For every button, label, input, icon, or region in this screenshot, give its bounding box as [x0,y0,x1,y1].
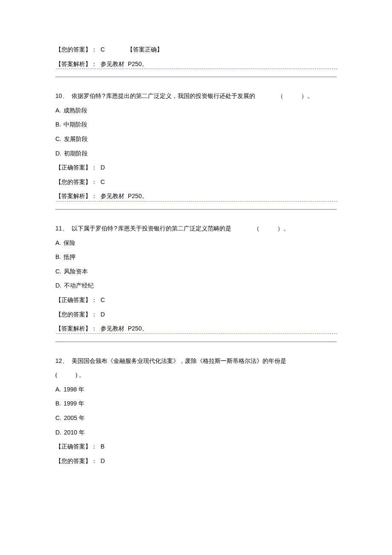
q12-opt-a-text: 1998 年 [63,382,84,397]
q11-stem-text-b: 库恩关于投资银行的第二广泛定义范畴的是 [118,221,231,236]
solid-divider [55,342,337,342]
q10-opt-d: D. 初期阶段 [55,147,337,161]
q11-opt-b: B. 抵押 [55,250,337,265]
q10-opt-d-text: 初期阶段 [64,147,88,161]
explain-text-prefix: 参见教材 [101,322,124,336]
explain-text-page: P250。 [128,189,148,204]
q12-block: 12、 美国国会颁布《金融服务业现代化法案》，废除《格拉斯一斯蒂格尔法》的年份是… [55,354,337,469]
opt-letter-b: B. [55,118,61,132]
q9-your-answer-value: C [101,43,105,57]
opt-letter-d: D. [55,426,61,440]
q12-opt-d-text: 2010 年 [64,426,85,440]
q10-number: 10、 [55,89,68,104]
q11-opt-d: D. 不动产经纪 [55,279,337,293]
q9-tail-block: 【您的答案】： C 【答案正确】 【答案解析】： 参见教材 P250。 [55,43,337,69]
q12-opt-c-text: 2005 年 [64,411,85,426]
your-answer-label: 【您的答案】： [55,454,97,469]
q10-opt-a-text: 成熟阶段 [63,104,87,118]
q12-your-value: D [101,454,105,469]
correct-answer-label: 【正确答案】： [55,293,97,308]
q10-stem-text-b: 库恩提出的第二广泛定义，我国的投资银行还处于发展的 [106,89,255,104]
q10-correct-value: D [101,161,105,175]
opt-letter-b: B. [55,397,61,411]
q12-correct-line: 【正确答案】： B [55,440,337,454]
q10-opt-c: C. 发展阶段 [55,132,337,147]
q12-opt-c: C. 2005 年 [55,411,337,426]
q12-stem-line1: 12、 美国国会颁布《金融服务业现代化法案》，废除《格拉斯一斯蒂格尔法》的年份是 [55,354,337,368]
opt-letter-a: A. [55,382,61,397]
q12-opt-b: B. 1999 年 [55,397,337,411]
explain-text-page: P250。 [128,57,148,72]
q10-opt-c-text: 发展阶段 [64,132,88,147]
blank-paren: （ ）。 [277,89,313,104]
page-container: 【您的答案】： C 【答案正确】 【答案解析】： 参见教材 P250。 10、 … [0,0,392,555]
q11-stem: 11、 以下属于罗伯特 ? 库恩关于投资银行的第二广泛定义范畴的是 （ ）。 [55,221,337,236]
blank-paren: （ ）。 [254,221,289,236]
q11-opt-c-text: 风险资本 [64,265,88,279]
q12-opt-d: D. 2010 年 [55,426,337,440]
dashed-divider [56,201,337,201]
q11-opt-a-text: 保险 [63,236,75,250]
q11-correct-line: 【正确答案】： C [55,293,337,308]
q12-opt-b-text: 1999 年 [63,397,84,411]
dashed-divider [56,334,337,334]
answer-correct-tag: 【答案正确】 [127,43,163,57]
q12-stem-line2: ( ) 。 [55,368,337,382]
q10-correct-line: 【正确答案】： D [55,161,337,175]
q10-block: 10、 依据罗伯特 ? 库恩提出的第二广泛定义，我国的投资银行还处于发展的 （ … [55,89,337,201]
dashed-divider [56,69,337,69]
opt-letter-c: C. [55,132,61,147]
q12-opt-a: A. 1998 年 [55,382,337,397]
q10-your-value: C [101,175,105,190]
q12-your-line: 【您的答案】： D [55,454,337,469]
q10-opt-a: A. 成熟阶段 [55,104,337,118]
q11-your-line: 【您的答案】： D [55,308,337,322]
explain-label: 【答案解析】： [55,189,97,204]
correct-answer-label: 【正确答案】： [55,440,97,454]
q11-opt-a: A. 保险 [55,236,337,250]
explain-text-prefix: 参见教材 [101,189,124,204]
q12-correct-value: B [101,440,104,454]
q11-opt-d-text: 不动产经纪 [64,279,94,293]
q10-your-line: 【您的答案】： C [55,175,337,190]
opt-letter-a: A. [55,236,61,250]
solid-divider [55,77,337,77]
q10-stem: 10、 依据罗伯特 ? 库恩提出的第二广泛定义，我国的投资银行还处于发展的 （ … [55,89,337,104]
opt-letter-b: B. [55,250,61,265]
q10-opt-b-text: 中期阶段 [63,118,87,132]
opt-letter-a: A. [55,104,61,118]
your-answer-label: 【您的答案】： [55,308,97,322]
q11-stem-text-a: 以下属于罗伯特 [72,221,113,236]
q11-opt-b-text: 抵押 [63,250,75,265]
your-answer-label: 【您的答案】： [55,43,97,57]
q11-correct-value: C [101,293,105,308]
q11-block: 11、 以下属于罗伯特 ? 库恩关于投资银行的第二广泛定义范畴的是 （ ）。 A… [55,221,337,334]
explain-text-page: P250。 [128,322,148,336]
q10-stem-qmark: ? [102,89,106,104]
q11-your-value: D [101,308,105,322]
blank-paren: ( ) 。 [55,368,85,382]
q11-number: 11、 [55,221,68,236]
solid-divider [55,209,337,210]
q11-stem-qmark: ? [114,221,118,236]
explain-label: 【答案解析】： [55,57,97,72]
your-answer-label: 【您的答案】： [55,175,97,190]
q10-stem-text-a: 依据罗伯特 [72,89,101,104]
q10-opt-b: B. 中期阶段 [55,118,337,132]
opt-letter-d: D. [55,147,61,161]
q9-your-answer-line: 【您的答案】： C 【答案正确】 [55,43,337,57]
explain-text-prefix: 参见教材 [101,57,124,72]
q11-opt-c: C. 风险资本 [55,265,337,279]
explain-label: 【答案解析】： [55,322,97,336]
opt-letter-c: C. [55,411,61,426]
opt-letter-d: D. [55,279,61,293]
q12-number: 12、 [55,354,68,368]
q12-stem-text: 美国国会颁布《金融服务业现代化法案》，废除《格拉斯一斯蒂格尔法》的年份是 [72,354,286,368]
correct-answer-label: 【正确答案】： [55,161,97,175]
opt-letter-c: C. [55,265,61,279]
